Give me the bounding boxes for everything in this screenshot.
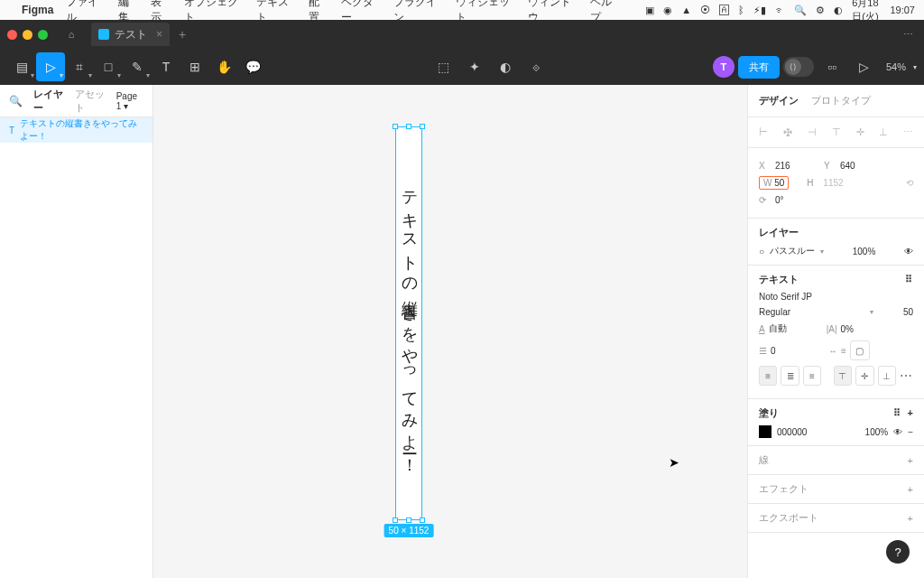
frame-tool[interactable]: ⌗▾ [65,52,94,81]
battery-icon[interactable]: ⚡︎▮ [753,5,766,16]
fill-visibility-icon[interactable]: 👁 [893,427,902,437]
resize-handle-tm[interactable] [406,124,411,129]
type-more-icon[interactable]: ⋯ [900,368,913,383]
siri-icon[interactable]: ◐ [834,5,843,16]
lineheight-input[interactable]: 自動 [769,322,814,335]
autowidth-icon[interactable]: ↔ [828,346,837,356]
autoheight-icon[interactable]: ≡ [841,346,846,356]
font-size[interactable]: 50 [877,307,913,317]
page-selector[interactable]: Page 1 ▾ [116,91,143,111]
font-family[interactable]: Noto Serif JP [759,292,913,302]
layers-tab[interactable]: レイヤー [33,88,64,115]
text-tool[interactable]: T [152,52,180,81]
help-button[interactable]: ? [886,540,910,564]
remove-fill-icon[interactable]: − [908,427,913,437]
hand-tool[interactable]: ✋ [209,52,238,81]
y-input[interactable]: 640 [840,161,883,171]
fill-style-icon[interactable]: ⠿ [893,407,901,418]
wifi-icon[interactable]: ᯤ [775,5,785,15]
home-button[interactable]: ⌂ [59,23,84,45]
app-name[interactable]: Figma [22,4,53,16]
resize-handle-tr[interactable] [420,124,425,129]
status-icon-box[interactable]: 🄰 [719,5,729,15]
align-right-icon[interactable]: ⊣ [808,126,817,138]
align-bottom-icon[interactable]: ⊥ [879,126,888,138]
mask-icon[interactable]: ◐ [491,52,520,81]
align-left-icon[interactable]: ⊢ [759,126,768,138]
status-icon-rec[interactable]: ⦿ [700,5,710,15]
resize-handle-bl[interactable] [393,517,398,523]
figma-status-icon[interactable]: ▣ [645,5,654,16]
text-align-center-icon[interactable]: ≣ [781,366,799,386]
rotation-input[interactable]: 0° [775,195,818,205]
canvas[interactable]: テキストの縦書きをやってみよー！ 50 × 1152 ➤ [153,85,747,578]
control-center-icon[interactable]: ⚙ [816,5,825,16]
paragraph-input[interactable]: 0 [771,346,816,356]
file-tab[interactable]: テスト × [91,23,170,46]
edit-object-icon[interactable]: ⬚ [430,52,458,81]
assets-tab[interactable]: アセット [75,88,106,115]
comment-tool[interactable]: 💬 [238,52,267,81]
tabbar-more-icon[interactable]: ⋯ [903,29,913,41]
text-align-bottom-icon[interactable]: ⊥ [878,366,896,386]
resize-handle-tl[interactable] [393,124,398,129]
fill-opacity[interactable]: 100% [865,427,889,437]
resize-handle-br[interactable] [420,517,425,523]
constrain-icon[interactable]: ⟲ [906,178,913,188]
search-icon[interactable]: 🔍 [794,5,807,16]
blend-mode[interactable]: パススルー [770,245,815,257]
opacity-input[interactable]: 100% [853,247,876,256]
window-close-icon[interactable] [7,30,17,40]
avatar[interactable]: T [713,56,735,78]
layer-row[interactable]: T テキストの縦書きをやってみよー！ [0,117,152,143]
visibility-icon[interactable]: 👁 [904,247,913,256]
selected-text-frame[interactable]: テキストの縦書きをやってみよー！ 50 × 1152 [395,126,422,520]
present-icon[interactable]: ▷ [850,52,879,81]
align-vcenter-icon[interactable]: ✛ [856,126,864,138]
shape-tool[interactable]: □▾ [94,52,123,81]
bluetooth-icon[interactable]: ᛒ [738,5,744,15]
tab-prototype[interactable]: プロトタイプ [811,94,871,107]
letterspacing-input[interactable]: 0% [841,324,854,334]
line-icon[interactable]: ◉ [663,5,672,16]
fill-hex[interactable]: 000000 [777,427,807,437]
devmode-toggle[interactable]: ⟨⟩ [783,57,814,77]
zoom-control[interactable]: 54% [886,61,906,72]
resize-handle-bm[interactable] [406,517,411,523]
tab-design[interactable]: デザイン [759,94,799,107]
status-icon-a[interactable]: ▲ [681,5,691,15]
h-input[interactable]: 1152 [823,178,866,188]
main-menu-button[interactable]: ▤▾ [7,52,36,81]
window-min-icon[interactable] [23,30,32,40]
window-max-icon[interactable] [38,30,48,40]
font-weight[interactable]: Regular [759,307,866,317]
component-icon[interactable]: ✦ [460,52,489,81]
text-settings-icon[interactable]: ⠿ [905,274,913,285]
time-label[interactable]: 19:07 [890,5,915,15]
search-icon[interactable]: 🔍 [9,95,23,107]
align-hcenter-icon[interactable]: ⧾ [783,126,793,138]
text-align-middle-icon[interactable]: ✛ [855,366,873,386]
text-align-top-icon[interactable]: ⊤ [834,366,852,386]
add-export-icon[interactable]: + [908,513,913,524]
align-top-icon[interactable]: ⊤ [832,126,841,138]
x-input[interactable]: 216 [775,161,818,171]
zoom-chevron-icon[interactable]: ▾ [913,63,917,71]
fixedsize-icon[interactable]: ▢ [850,340,870,360]
share-button[interactable]: 共有 [738,56,780,79]
add-effect-icon[interactable]: + [908,484,913,495]
text-align-right-icon[interactable]: ≡ [803,366,821,386]
link-icon[interactable]: ⟐ [522,52,550,81]
library-icon[interactable]: ▫▫ [818,52,846,81]
tab-close-icon[interactable]: × [156,28,162,41]
move-tool[interactable]: ▷▾ [36,52,65,81]
add-fill-icon[interactable]: + [908,407,913,418]
pen-tool[interactable]: ✎▾ [123,52,152,81]
new-tab-button[interactable]: + [179,27,186,42]
resources-tool[interactable]: ⊞ [180,52,209,81]
text-align-left-icon[interactable]: ≡ [759,366,777,386]
w-input[interactable]: 50 [774,178,784,188]
fill-swatch[interactable] [759,425,772,438]
align-more-icon[interactable]: ⋯ [903,126,913,138]
add-stroke-icon[interactable]: + [908,455,913,466]
